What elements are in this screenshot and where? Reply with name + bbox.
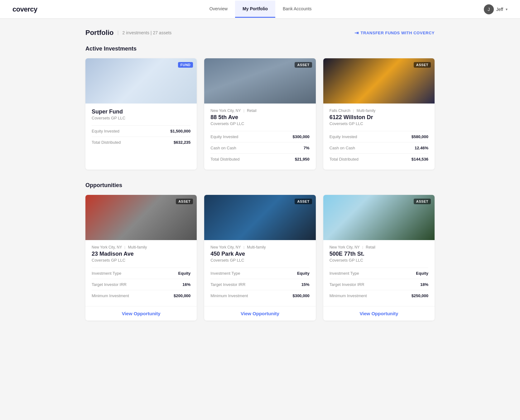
card-body-500e-77th: New York City, NY Retail 500E 77th St. C…	[323, 240, 435, 306]
card-image-88-5th: ASSET	[204, 58, 315, 104]
card-company: Coversets GP LLC	[210, 121, 309, 126]
card-location: New York City, NY Multi-family	[92, 245, 190, 249]
card-88-5th-ave: ASSET New York City, NY Retail 88 5th Av…	[204, 58, 315, 170]
card-badge-asset: ASSET	[295, 62, 312, 68]
card-image-23-madison: ASSET	[85, 195, 197, 240]
navbar: covercy Overview My Portfolio Bank Accou…	[0, 0, 520, 19]
nav-overview[interactable]: Overview	[202, 1, 235, 18]
nav-bank-accounts[interactable]: Bank Accounts	[275, 1, 319, 18]
card-location: New York City, NY Multi-family	[210, 245, 309, 249]
transfer-funds-button[interactable]: ⇥ TRANSFER FUNDS WITH COVERCY	[354, 30, 435, 36]
card-company: Coversets GP LLC	[210, 258, 309, 263]
stat-total-distributed: Total Distributed $144,536	[330, 154, 428, 165]
stat-cash-on-cash: Cash on Cash 12.46%	[330, 142, 428, 154]
view-opportunity-button[interactable]: View Opportunity	[85, 306, 197, 321]
stat-total-distributed: Total Distributed $632,235	[92, 137, 190, 148]
view-opportunity-button[interactable]: View Opportunity	[323, 306, 435, 321]
card-badge-fund: FUND	[178, 62, 193, 68]
main-content: Portfolio | 2 investments | 27 assets ⇥ …	[73, 19, 447, 343]
view-opportunity-button[interactable]: View Opportunity	[204, 306, 315, 321]
stat-equity-invested: Equity Invested $300,000	[210, 131, 309, 142]
opportunities-title: Opportunities	[85, 182, 435, 189]
stat-cash-on-cash: Cash on Cash 7%	[210, 142, 309, 154]
card-badge-asset: ASSET	[295, 199, 312, 204]
card-company: Coversets GP LLC	[92, 258, 190, 263]
card-name: 88 5th Ave	[210, 114, 309, 121]
avatar: J	[484, 4, 494, 14]
card-body-23-madison: New York City, NY Multi-family 23 Madiso…	[85, 240, 197, 306]
card-name: 450 Park Ave	[210, 251, 309, 257]
nav-links: Overview My Portfolio Bank Accounts	[202, 1, 319, 18]
transfer-icon: ⇥	[354, 30, 359, 36]
active-investments-title: Active Investments	[85, 46, 435, 52]
card-stats: Equity Invested $580,000 Cash on Cash 12…	[330, 131, 428, 165]
stat-investment-type: Investment Type Equity	[210, 268, 309, 279]
logo: covercy	[12, 5, 37, 13]
card-6122-willston: ASSET Falls Church Multi-family 6122 Wil…	[323, 58, 435, 170]
card-body-450-park: New York City, NY Multi-family 450 Park …	[204, 240, 315, 306]
card-name: 500E 77th St.	[330, 251, 428, 257]
transfer-funds-label: TRANSFER FUNDS WITH COVERCY	[361, 31, 435, 35]
stat-target-irr: Target Investor IRR 16%	[92, 279, 190, 290]
stat-target-irr: Target Investor IRR 15%	[210, 279, 309, 290]
card-stats: Investment Type Equity Target Investor I…	[330, 268, 428, 301]
card-super-fund: FUND Super Fund Coversets GP LLC Equity …	[85, 58, 197, 170]
card-badge-asset: ASSET	[414, 62, 431, 68]
username: Jeff	[496, 7, 503, 12]
opportunities-grid: ASSET New York City, NY Multi-family 23 …	[85, 195, 435, 321]
card-badge-asset: ASSET	[176, 199, 193, 204]
card-company: Coversets GP LLC	[330, 258, 428, 263]
card-location: New York City, NY Retail	[330, 245, 428, 249]
card-body-6122-willston: Falls Church Multi-family 6122 Willston …	[323, 104, 435, 170]
card-name: 23 Madison Ave	[92, 251, 190, 257]
stat-min-investment: Minimum Investment $300,000	[210, 290, 309, 301]
card-23-madison-ave: ASSET New York City, NY Multi-family 23 …	[85, 195, 197, 321]
portfolio-title: Portfolio	[85, 29, 113, 37]
portfolio-meta: 2 investments | 27 assets	[123, 30, 172, 35]
card-stats: Equity Invested $300,000 Cash on Cash 7%…	[210, 131, 309, 165]
nav-my-portfolio[interactable]: My Portfolio	[235, 1, 275, 18]
card-company: Coversets GP LLC	[92, 116, 190, 120]
card-image-6122-willston: ASSET	[323, 58, 435, 104]
card-badge-asset: ASSET	[414, 199, 431, 204]
stat-min-investment: Minimum Investment $250,000	[330, 290, 428, 301]
active-investments-grid: FUND Super Fund Coversets GP LLC Equity …	[85, 58, 435, 170]
card-image-500e-77th: ASSET	[323, 195, 435, 240]
card-body-super-fund: Super Fund Coversets GP LLC Equity Inves…	[85, 104, 197, 153]
stat-investment-type: Investment Type Equity	[330, 268, 428, 279]
stat-target-irr: Target Investor IRR 18%	[330, 279, 428, 290]
card-location: New York City, NY Retail	[210, 109, 309, 113]
card-stats: Investment Type Equity Target Investor I…	[92, 268, 190, 301]
user-menu[interactable]: J Jeff ▾	[484, 4, 508, 14]
divider: |	[117, 30, 118, 36]
card-body-88-5th: New York City, NY Retail 88 5th Ave Cove…	[204, 104, 315, 170]
card-name: Super Fund	[92, 109, 190, 115]
stat-total-distributed: Total Distributed $21,950	[210, 154, 309, 165]
card-company: Coversets GP LLC	[330, 121, 428, 126]
stat-equity-invested: Equity Invested $580,000	[330, 131, 428, 142]
card-stats: Investment Type Equity Target Investor I…	[210, 268, 309, 301]
stat-investment-type: Investment Type Equity	[92, 268, 190, 279]
portfolio-header: Portfolio | 2 investments | 27 assets ⇥ …	[85, 29, 435, 37]
stat-min-investment: Minimum Investment $200,000	[92, 290, 190, 301]
card-450-park-ave: ASSET New York City, NY Multi-family 450…	[204, 195, 315, 321]
card-name: 6122 Willston Dr	[330, 114, 428, 121]
portfolio-title-group: Portfolio | 2 investments | 27 assets	[85, 29, 171, 37]
card-500e-77th-st: ASSET New York City, NY Retail 500E 77th…	[323, 195, 435, 321]
card-stats: Equity Invested $1,500,000 Total Distrib…	[92, 125, 190, 148]
card-image-super-fund: FUND	[85, 58, 197, 104]
card-location: Falls Church Multi-family	[330, 109, 428, 113]
chevron-down-icon: ▾	[506, 7, 508, 12]
card-image-450-park: ASSET	[204, 195, 315, 240]
stat-equity-invested: Equity Invested $1,500,000	[92, 126, 190, 137]
